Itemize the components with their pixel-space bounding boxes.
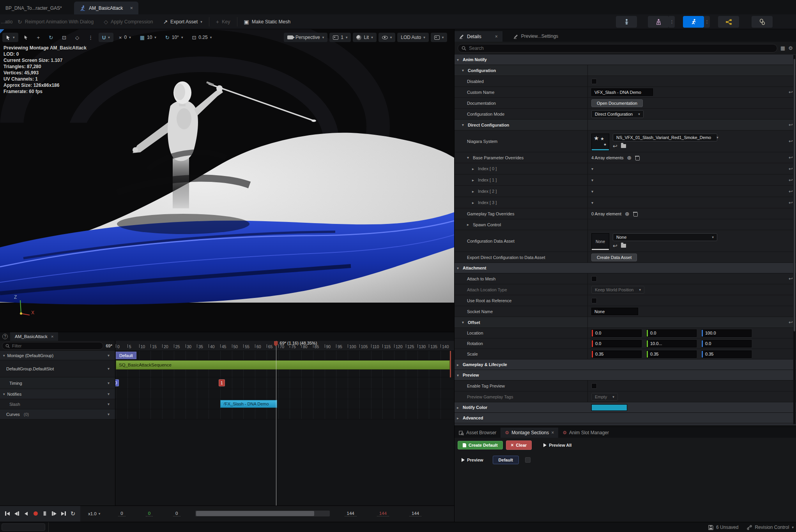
screen-percentage-dropdown[interactable]: 1 ▾ xyxy=(329,33,351,42)
sync-marker-1[interactable]: 1 xyxy=(219,379,225,386)
3d-viewport[interactable]: ▾ + ↻ ⊡ ◇ ⋮ U ▾ × 0 ▾ ▦ 10 ▾ ↻ 10° ▾ ⊡ xyxy=(0,29,454,332)
details-row-socket-name[interactable]: Socket NameNone xyxy=(455,306,796,317)
step-backward-button[interactable] xyxy=(12,509,21,518)
chevron-down-icon[interactable]: ▾ xyxy=(3,392,5,396)
skeletal-mesh-mode-button[interactable] xyxy=(648,16,669,28)
notify-vfx-slash[interactable]: VFX_Slash - DNA Demo xyxy=(220,400,277,408)
make-static-mesh-button[interactable]: ▣ Make Static Mesh xyxy=(239,14,296,29)
details-row-gameplay-lifecycle[interactable]: ▸Gameplay & Lifecycle xyxy=(455,359,796,370)
vector-z-input[interactable]: 100.0 xyxy=(701,329,752,337)
step-forward-button[interactable] xyxy=(50,509,58,518)
details-row-configuration[interactable]: ▾Configuration xyxy=(455,65,796,76)
playback-value[interactable]: 0 xyxy=(146,511,153,516)
track-timing[interactable]: Timing ▾ xyxy=(0,377,115,389)
location-snap-button[interactable]: × 0 ▾ xyxy=(115,33,134,42)
play-reverse-button[interactable] xyxy=(22,509,30,518)
close-tab-icon[interactable]: × xyxy=(495,34,498,39)
clear-button[interactable]: × Clear xyxy=(506,440,532,450)
details-row-location[interactable]: Location0.00.0100.0 xyxy=(455,328,796,338)
details-row-offset[interactable]: ▾Offset↩ xyxy=(455,317,796,328)
reset-to-default-icon[interactable]: ↩ xyxy=(789,319,793,325)
details-row-attach-to-mesh[interactable]: Attach to Mesh↩ xyxy=(455,273,796,284)
screenshot-dropdown[interactable]: ▾ xyxy=(431,33,448,42)
details-row-custom-name[interactable]: Custom NameVFX_Slash - DNA Demo↩ xyxy=(455,87,796,98)
view-mode-dropdown[interactable]: Lit ▾ xyxy=(353,33,376,42)
chevron-right-icon[interactable]: ▸ xyxy=(457,363,461,367)
timeline-track-area[interactable]: 0510152025303540455055606570758085909510… xyxy=(115,341,454,506)
track-options-icon[interactable]: ▾ xyxy=(108,402,112,406)
tab-asset-browser[interactable]: Asset Browser xyxy=(455,428,501,438)
vector-y-input[interactable]: 0.0 xyxy=(646,329,697,337)
chevron-down-icon[interactable]: ▾ xyxy=(591,189,593,194)
chevron-down-icon[interactable]: ▾ xyxy=(591,201,593,205)
reset-to-default-icon[interactable]: ↩ xyxy=(789,188,793,194)
help-icon[interactable]: ? xyxy=(2,334,8,339)
chevron-right-icon[interactable]: ▸ xyxy=(472,201,476,205)
details-row-attach-location-type[interactable]: Attach Location TypeKeep World Position▾ xyxy=(455,284,796,295)
section-checkbox[interactable] xyxy=(525,457,531,463)
key-button[interactable]: + Key xyxy=(211,14,235,29)
close-tab-icon[interactable]: × xyxy=(130,5,133,11)
browse-to-asset-icon[interactable] xyxy=(621,244,626,248)
details-row-index-0[interactable]: ▸Index [ 0 ]▾↩ xyxy=(455,163,796,174)
playback-value[interactable]: 0 xyxy=(118,511,125,516)
doc-tab-montage[interactable]: AM_BasicAttack × xyxy=(74,2,138,14)
asset-dropdown[interactable]: NS_VFX_01_Slash_Variant_Red1_Smoke_Demo▾ xyxy=(613,134,717,141)
track-notifies[interactable]: ▾ Notifies ▾ xyxy=(0,389,115,399)
checkbox[interactable] xyxy=(591,276,597,282)
vector-x-input[interactable]: 0.35 xyxy=(591,351,642,358)
dropdown[interactable]: Direct Configuration▾ xyxy=(591,110,644,118)
asset-dropdown[interactable]: None▾ xyxy=(613,233,717,241)
details-row-preview[interactable]: ▾Preview xyxy=(455,370,796,381)
track-default-slot[interactable]: DefaultGroup.DefaultSlot ▾ xyxy=(0,360,115,377)
reset-to-default-icon[interactable]: ↩ xyxy=(789,166,793,172)
dropdown[interactable]: Empty▾ xyxy=(591,393,618,401)
asset-thumbnail[interactable]: ★★★ xyxy=(591,134,609,151)
perspective-dropdown[interactable]: Perspective ▾ xyxy=(284,33,327,42)
details-row-configuration-mode[interactable]: Configuration ModeDirect Configuration▾ xyxy=(455,109,796,120)
tool-options-button[interactable]: ⋮ xyxy=(85,33,97,42)
delete-elements-icon[interactable] xyxy=(635,156,639,160)
clipped-toolbar-button[interactable]: ...ation xyxy=(0,14,12,29)
add-element-icon[interactable]: ⊕ xyxy=(627,155,632,161)
show-flags-dropdown[interactable]: ▾ xyxy=(379,33,396,42)
track-options-icon[interactable]: ▾ xyxy=(108,353,112,358)
chevron-down-icon[interactable]: ▾ xyxy=(591,178,593,182)
reset-to-default-icon[interactable]: ↩ xyxy=(789,200,793,206)
translate-tool-button[interactable]: + xyxy=(34,33,44,42)
playback-value[interactable]: 144 xyxy=(345,511,357,516)
details-row-scale[interactable]: Scale0.350.350.35 xyxy=(455,349,796,359)
details-row-disabled[interactable]: Disabled xyxy=(455,76,796,87)
sync-marker-0[interactable]: 0 xyxy=(115,379,119,386)
notify-color-swatch[interactable] xyxy=(591,404,627,411)
vector-y-input[interactable]: 0.35 xyxy=(646,351,697,358)
vector-z-input[interactable]: 0.35 xyxy=(701,351,752,358)
checkbox[interactable] xyxy=(591,79,597,84)
tab-am-basicattack[interactable]: AM_BasicAttack × xyxy=(10,332,58,341)
preview-section-button[interactable]: Preview xyxy=(458,458,486,462)
surface-snapping-button[interactable]: U ▾ xyxy=(99,33,113,42)
go-to-end-button[interactable] xyxy=(59,509,68,518)
playback-value[interactable]: 144 xyxy=(377,511,389,516)
details-row-attachment[interactable]: ▾Attachment xyxy=(455,263,796,273)
track-options-icon[interactable]: ▾ xyxy=(108,412,112,416)
text-input[interactable]: VFX_Slash - DNA Demo xyxy=(591,88,653,96)
details-scrollbar[interactable] xyxy=(793,55,796,424)
loop-button[interactable]: ↻ xyxy=(69,509,77,518)
chevron-down-icon[interactable]: ▾ xyxy=(591,167,593,171)
montage-end-bracket[interactable] xyxy=(450,351,451,377)
vector-y-input[interactable]: 10.0... xyxy=(646,340,697,347)
lod-dropdown[interactable]: LOD Auto ▾ xyxy=(397,33,429,42)
reset-to-default-icon[interactable]: ↩ xyxy=(789,155,793,160)
animation-mode-button[interactable] xyxy=(683,16,704,28)
scrubber-thumb[interactable] xyxy=(196,511,315,516)
timeline-scrubber[interactable] xyxy=(195,511,330,516)
track-options-icon[interactable]: ▾ xyxy=(108,366,112,371)
skeletal-mesh-options-dropdown[interactable]: ⋮ xyxy=(669,16,675,28)
chevron-down-icon[interactable]: ▾ xyxy=(462,123,466,127)
unsaved-assets-button[interactable]: 6 Unsaved xyxy=(708,525,738,530)
reset-to-default-icon[interactable]: ↩ xyxy=(789,89,793,95)
checkbox[interactable] xyxy=(591,298,597,303)
content-drawer-button[interactable] xyxy=(2,523,45,531)
chevron-down-icon[interactable]: ▾ xyxy=(457,373,461,377)
